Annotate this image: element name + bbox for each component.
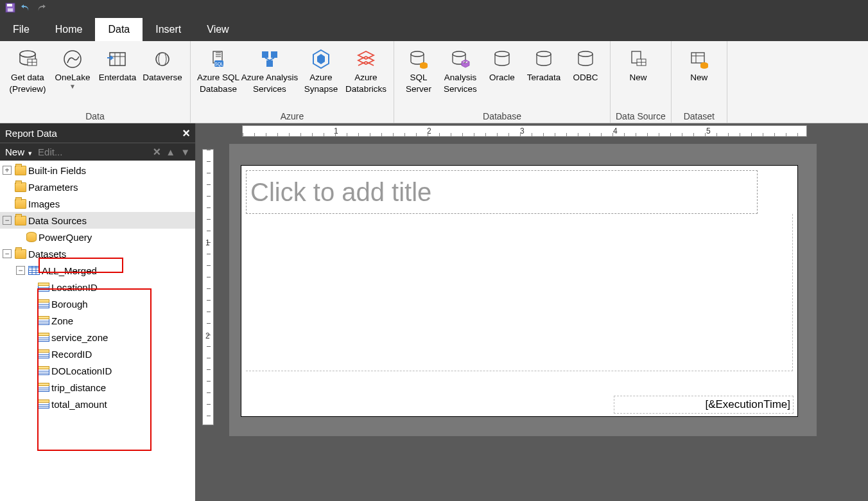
tree-field-zone[interactable]: Zone <box>0 312 195 329</box>
field-icon <box>38 333 49 342</box>
azure-sql-button[interactable]: SQL Azure SQL Database <box>196 44 241 94</box>
panel-toolbar: New ▼ Edit... × ▲ ▼ <box>0 143 195 161</box>
analysis-services-button[interactable]: Analysis Services <box>438 44 483 94</box>
azure-databricks-button[interactable]: Azure Databricks <box>343 44 388 94</box>
svg-rect-59 <box>39 350 49 353</box>
horizontal-ruler: 12345 <box>242 125 807 137</box>
svg-rect-16 <box>271 51 277 58</box>
quick-access-toolbar <box>0 0 868 18</box>
tree-images[interactable]: Images <box>0 195 195 212</box>
panel-header: Report Data × <box>0 123 195 143</box>
svg-point-3 <box>20 51 35 57</box>
svg-marker-21 <box>317 54 325 64</box>
svg-point-22 <box>411 51 424 57</box>
tree-field-recordid[interactable]: RecordID <box>0 346 195 362</box>
svg-rect-71 <box>39 400 49 403</box>
svg-rect-63 <box>39 367 49 369</box>
group-label-dataset: Dataset <box>677 111 722 123</box>
svg-rect-1 <box>7 4 12 6</box>
up-icon[interactable]: ▲ <box>166 146 175 157</box>
tab-data[interactable]: Data <box>95 18 143 41</box>
azure-analysis-button[interactable]: Azure Analysis Services <box>241 44 299 94</box>
svg-rect-55 <box>39 333 49 336</box>
expand-icon[interactable]: + <box>3 166 12 175</box>
teradata-button[interactable]: Teradata <box>521 44 566 94</box>
dataverse-button[interactable]: Dataverse <box>140 44 185 94</box>
panel-title: Report Data <box>5 128 57 139</box>
database-icon <box>26 232 37 242</box>
svg-rect-43 <box>39 283 49 286</box>
report-surface[interactable]: Click to add title [&ExecutionTime] <box>241 165 798 417</box>
field-icon <box>38 349 49 358</box>
sql-server-button[interactable]: SQL Server <box>399 44 438 94</box>
collapse-icon[interactable]: − <box>3 249 12 258</box>
tree-field-total_amount[interactable]: total_amount <box>0 396 195 412</box>
tree-dataset-allmerged[interactable]: − ALL_Merged <box>0 262 195 279</box>
group-label-datasource: Data Source <box>616 111 666 123</box>
ribbon-group-datasource: New Data Source <box>611 41 672 123</box>
svg-point-26 <box>537 51 551 57</box>
folder-icon <box>15 199 26 209</box>
svg-rect-47 <box>39 300 49 303</box>
svg-rect-15 <box>262 51 268 58</box>
svg-rect-67 <box>39 383 49 386</box>
folder-icon <box>15 249 26 259</box>
tree-field-trip_distance[interactable]: trip_distance <box>0 379 195 396</box>
svg-rect-8 <box>110 53 125 66</box>
folder-icon <box>15 166 26 175</box>
collapse-icon[interactable]: − <box>3 216 12 225</box>
svg-point-27 <box>578 51 593 57</box>
edit-menu[interactable]: Edit... <box>38 146 62 157</box>
svg-rect-32 <box>691 53 704 63</box>
redo-icon[interactable] <box>36 3 46 15</box>
report-body[interactable] <box>246 214 793 371</box>
field-icon <box>38 366 49 375</box>
report-title-placeholder[interactable]: Click to add title <box>246 170 758 214</box>
svg-rect-2 <box>8 8 13 12</box>
svg-line-18 <box>265 58 270 60</box>
tree-parameters[interactable]: Parameters <box>0 179 195 195</box>
oracle-button[interactable]: Oracle <box>483 44 521 94</box>
new-dataset-button[interactable]: New <box>677 44 722 94</box>
field-icon <box>38 383 49 392</box>
tab-view[interactable]: View <box>194 18 241 41</box>
new-datasource-button[interactable]: New <box>616 44 661 94</box>
undo-icon[interactable] <box>21 3 31 15</box>
ribbon: Get data (Preview) OneLake ▼ Enterdata D… <box>0 41 868 123</box>
tree-field-service_zone[interactable]: service_zone <box>0 329 195 346</box>
odbc-button[interactable]: ODBC <box>566 44 605 94</box>
tree-datasource-powerquery[interactable]: PowerQuery <box>0 229 195 245</box>
delete-icon[interactable]: × <box>153 145 161 159</box>
svg-line-19 <box>270 58 274 60</box>
close-icon[interactable]: × <box>182 126 190 141</box>
tree-field-dolocationid[interactable]: DOLocationID <box>0 362 195 379</box>
down-icon[interactable]: ▼ <box>180 146 190 157</box>
tab-file[interactable]: File <box>0 18 42 41</box>
tree-field-locationid[interactable]: LocationID <box>0 279 195 295</box>
tree-builtin[interactable]: + Built-in Fields <box>0 162 195 179</box>
svg-rect-37 <box>29 267 40 269</box>
svg-rect-17 <box>266 60 273 67</box>
svg-point-24 <box>453 51 465 57</box>
tab-home[interactable]: Home <box>42 18 96 41</box>
new-menu[interactable]: New ▼ <box>5 146 33 157</box>
enterdata-button[interactable]: Enterdata <box>95 44 140 94</box>
collapse-icon[interactable]: − <box>16 266 25 275</box>
vertical-ruler: 12 <box>202 149 214 425</box>
ribbon-tabs: File Home Data Insert View <box>0 18 868 41</box>
tree-datasets[interactable]: − Datasets <box>0 245 195 262</box>
onelake-button[interactable]: OneLake ▼ <box>50 44 95 91</box>
get-data-button[interactable]: Get data (Preview) <box>5 44 50 94</box>
get-data-label2: (Preview) <box>9 84 46 95</box>
svg-point-25 <box>495 51 509 57</box>
execution-time-field[interactable]: [&ExecutionTime] <box>614 396 794 414</box>
ribbon-group-database: SQL Server Analysis Services Oracle Tera… <box>394 41 611 123</box>
ribbon-group-data: Get data (Preview) OneLake ▼ Enterdata D… <box>0 41 191 123</box>
tab-insert[interactable]: Insert <box>143 18 194 41</box>
group-label-data: Data <box>5 111 185 123</box>
azure-synapse-button[interactable]: Azure Synapse <box>299 44 343 94</box>
tree-datasources[interactable]: − Data Sources <box>0 212 195 229</box>
tree-field-borough[interactable]: Borough <box>0 295 195 312</box>
save-icon[interactable] <box>5 3 15 15</box>
dataverse-label: Dataverse <box>143 72 182 84</box>
